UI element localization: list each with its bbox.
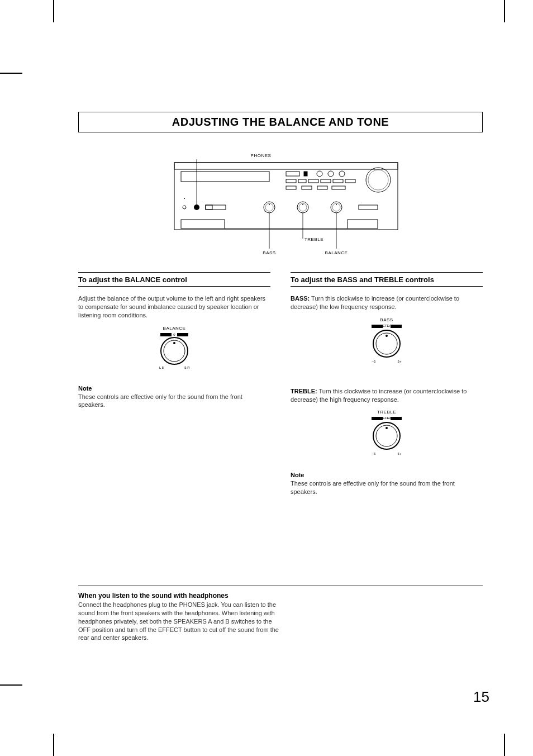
crop-mark [0, 73, 22, 74]
svg-text:BALANCE: BALANCE [163, 326, 186, 331]
svg-rect-14 [286, 186, 296, 189]
svg-point-30 [302, 204, 303, 205]
diagram-bass-label: BASS [263, 250, 275, 255]
svg-rect-24 [206, 205, 212, 210]
svg-point-20 [183, 206, 186, 209]
right-note-heading: Note [291, 472, 483, 478]
svg-point-67 [386, 427, 388, 429]
svg-marker-55 [391, 325, 402, 328]
treble-body: Turn this clockwise to increase (or coun… [291, 388, 467, 403]
svg-text:5+: 5+ [398, 452, 402, 455]
left-heading: To adjust the BALANCE control [78, 275, 270, 284]
svg-rect-2 [181, 172, 269, 182]
bass-body: Turn this clockwise to increase (or coun… [291, 295, 459, 310]
right-note-body: These controls are effective only for th… [291, 479, 483, 496]
left-body: Adjust the balance of the output volume … [78, 294, 270, 320]
right-heading: To adjust the BASS and TREBLE controls [291, 275, 483, 284]
svg-rect-12 [333, 179, 343, 183]
svg-text:5 R: 5 R [184, 366, 190, 369]
bass-label: BASS: [291, 295, 310, 302]
content-area: ADJUSTING THE BALANCE AND TONE PHONES [78, 34, 483, 642]
bass-row: BASS: Turn this clockwise to increase (o… [291, 294, 483, 311]
balance-dial-icon: BALANCE 0 L 5 5 R [149, 324, 199, 372]
svg-point-27 [269, 204, 270, 205]
svg-point-7 [339, 171, 345, 177]
svg-point-58 [386, 335, 388, 337]
svg-rect-11 [321, 179, 331, 183]
diagram-bass-knob [264, 202, 275, 213]
svg-text:TREBLE: TREBLE [377, 410, 396, 415]
treble-row: TREBLE: Turn this clockwise to increase … [291, 387, 483, 404]
svg-rect-16 [317, 186, 327, 189]
svg-rect-10 [308, 179, 318, 183]
svg-rect-35 [181, 220, 225, 229]
svg-marker-44 [160, 333, 172, 336]
svg-point-33 [336, 204, 337, 205]
svg-point-56 [373, 330, 400, 357]
diagram-balance-label: BALANCE [325, 250, 348, 255]
svg-text:–5: –5 [372, 360, 376, 363]
svg-text:5+: 5+ [398, 360, 402, 363]
left-column: To adjust the BALANCE control Adjust the… [78, 272, 270, 496]
svg-rect-23 [206, 205, 226, 210]
crop-mark [53, 0, 54, 22]
page-number: 15 [473, 688, 489, 706]
svg-point-47 [161, 337, 188, 364]
svg-marker-64 [391, 417, 402, 420]
page-title: ADJUSTING THE BALANCE AND TONE [78, 112, 483, 132]
svg-rect-8 [286, 179, 296, 183]
svg-text:0: 0 [173, 333, 175, 336]
treble-dial-icon: TREBLE DEFEAT –5 5+ [361, 408, 412, 458]
headphones-section: When you listen to the sound with headph… [78, 586, 483, 642]
crop-mark [53, 734, 54, 756]
svg-rect-3 [286, 172, 299, 176]
svg-rect-13 [345, 179, 355, 183]
svg-rect-1 [174, 163, 398, 169]
svg-marker-46 [177, 333, 188, 336]
svg-rect-15 [302, 186, 312, 189]
left-note-body: These controls are effective only for th… [78, 393, 270, 410]
svg-rect-34 [359, 205, 378, 210]
device-diagram: PHONES [78, 149, 483, 255]
svg-text:L 5: L 5 [159, 366, 164, 369]
diagram-treble-knob [297, 202, 308, 213]
diagram-phones-label: PHONES [251, 153, 272, 158]
page: ADJUSTING THE BALANCE AND TONE PHONES [0, 0, 533, 756]
svg-point-5 [317, 171, 322, 177]
headphones-heading: When you listen to the sound with headph… [78, 592, 279, 600]
svg-point-6 [328, 171, 334, 177]
left-note-heading: Note [78, 385, 270, 392]
right-column: To adjust the BASS and TREBLE controls B… [291, 272, 483, 496]
svg-rect-9 [298, 179, 306, 183]
svg-text:–5: –5 [372, 452, 376, 455]
svg-point-19 [368, 170, 388, 190]
bass-dial-icon: BASS DEFEAT –5 5+ [361, 316, 412, 366]
svg-text:BASS: BASS [380, 317, 393, 322]
svg-rect-4 [304, 172, 307, 176]
crop-mark [504, 734, 505, 756]
diagram-treble-label: TREBLE [304, 237, 323, 242]
svg-point-18 [366, 168, 391, 192]
treble-label: TREBLE: [291, 388, 317, 394]
svg-point-21 [184, 198, 185, 199]
headphones-body: Connect the headphones plug to the PHONE… [78, 601, 279, 642]
crop-mark [504, 0, 505, 22]
diagram-balance-knob [331, 202, 342, 213]
svg-rect-17 [332, 186, 345, 189]
svg-rect-36 [348, 220, 378, 229]
columns: To adjust the BALANCE control Adjust the… [78, 272, 483, 496]
svg-point-65 [373, 422, 400, 449]
crop-mark [0, 684, 22, 686]
svg-point-49 [173, 342, 175, 344]
